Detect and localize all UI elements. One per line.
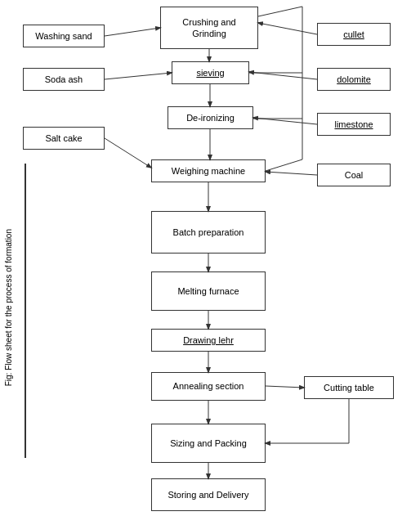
svg-line-14	[253, 118, 317, 124]
limestone-box: limestone	[317, 113, 391, 136]
svg-line-9	[105, 28, 160, 36]
washing-sand-box: Washing sand	[23, 25, 105, 47]
svg-line-13	[249, 72, 317, 79]
svg-line-20	[266, 159, 302, 171]
dolomite-box: dolomite	[317, 68, 391, 91]
svg-line-12	[258, 23, 317, 34]
crushing-box: Crushing and Grinding	[160, 7, 258, 49]
weighing-box: Weighing machine	[151, 159, 266, 182]
drawing-lehr-box: Drawing lehr	[151, 329, 266, 352]
annealing-box: Annealing section	[151, 372, 266, 401]
svg-line-17	[258, 7, 302, 16]
diagram-container: Fig: Flow sheet for the process of forma…	[0, 0, 420, 516]
salt-cake-box: Salt cake	[23, 127, 105, 150]
melting-box: Melting furnace	[151, 271, 266, 311]
fig-label: Fig: Flow sheet for the process of forma…	[4, 229, 13, 386]
svg-line-11	[105, 138, 151, 168]
sieving-box: sieving	[172, 61, 249, 84]
svg-line-10	[105, 73, 172, 79]
sizing-packing-box: Sizing and Packing	[151, 424, 266, 463]
cutting-table-box: Cutting table	[304, 376, 394, 399]
soda-ash-box: Soda ash	[23, 68, 105, 91]
svg-line-15	[266, 172, 317, 175]
storing-box: Storing and Delivery	[151, 478, 266, 511]
svg-line-23	[266, 386, 304, 388]
de-ironizing-box: De-ironizing	[168, 106, 253, 129]
cullet-box: cullet	[317, 23, 391, 46]
batch-prep-box: Batch preparation	[151, 211, 266, 254]
fig-line	[25, 164, 26, 458]
coal-box: Coal	[317, 164, 391, 186]
